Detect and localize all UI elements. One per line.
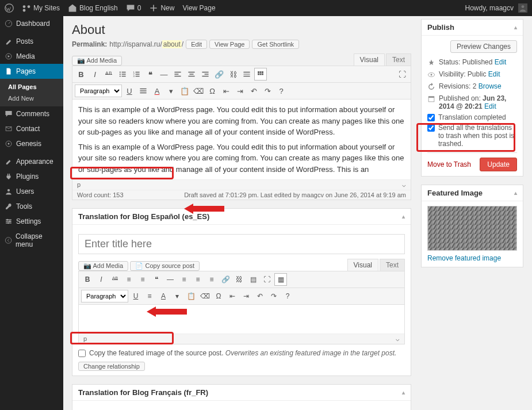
underline-icon[interactable]: U xyxy=(123,85,136,97)
more-icon[interactable]: ▤ xyxy=(247,273,259,286)
permalink-slug[interactable]: about xyxy=(162,40,182,48)
translation-es-header[interactable]: Translation for Blog Español (es_ES)▴ xyxy=(72,209,411,225)
outdent-icon[interactable]: ⇤ xyxy=(226,290,239,302)
sidebar-item-pages[interactable]: Pages xyxy=(0,64,63,79)
ol-icon[interactable]: ≡ xyxy=(136,273,149,286)
translation-es-tab-visual[interactable]: Visual xyxy=(347,259,378,271)
editor-resize-handle[interactable]: ⌵ xyxy=(396,335,400,343)
link-icon[interactable]: 🔗 xyxy=(219,273,232,286)
permalink-shortlink-button[interactable]: Get Shortlink xyxy=(252,40,299,49)
sidebar-item-collapse[interactable]: Collapse menu xyxy=(0,229,63,252)
fullscreen-icon[interactable]: ⛶ xyxy=(261,273,273,286)
sidebar-item-posts[interactable]: Posts xyxy=(0,34,63,49)
format-select[interactable]: Paragraph xyxy=(75,85,122,97)
align-left-icon[interactable] xyxy=(171,68,184,81)
pastetext-icon[interactable]: 📋 xyxy=(185,290,197,302)
outdent-icon[interactable]: ⇤ xyxy=(220,85,232,97)
quote-icon[interactable]: ❝ xyxy=(144,68,156,81)
redo-icon[interactable]: ↷ xyxy=(267,290,280,302)
align-left-icon[interactable]: ≡ xyxy=(178,273,190,286)
fullscreen-icon[interactable]: ⛶ xyxy=(396,68,408,81)
sidebar-item-genesis[interactable]: Genesis xyxy=(0,136,63,151)
redo-icon[interactable]: ↷ xyxy=(261,85,274,97)
my-sites[interactable]: My Sites xyxy=(22,3,60,13)
add-media-button[interactable]: 📷 Add Media xyxy=(72,56,122,66)
sidebar-item-settings[interactable]: Settings xyxy=(0,214,63,229)
comments-bubble[interactable]: 0 xyxy=(126,3,141,13)
charmap-icon[interactable]: Ω xyxy=(206,85,219,97)
hr-icon[interactable]: — xyxy=(158,68,170,81)
sidebar-item-appearance[interactable]: Appearance xyxy=(0,154,63,169)
align-right-icon[interactable] xyxy=(199,68,212,81)
sidebar-item-users[interactable]: Users xyxy=(0,184,63,199)
hr-icon[interactable]: — xyxy=(164,273,177,286)
trash-translations-label[interactable]: Send all the translations to trash when … xyxy=(427,122,517,149)
translation-es-tab-text[interactable]: Text xyxy=(380,259,405,271)
ol-icon[interactable]: 123 xyxy=(130,68,143,81)
featured-image-thumbnail[interactable] xyxy=(427,206,517,251)
align-center-icon[interactable] xyxy=(185,68,198,81)
trash-translations-checkbox[interactable] xyxy=(427,124,435,132)
tab-text[interactable]: Text xyxy=(386,53,411,66)
browse-revisions-link[interactable]: Browse xyxy=(479,82,502,90)
more-icon[interactable] xyxy=(240,68,253,81)
undo-icon[interactable]: ↶ xyxy=(254,290,266,302)
translation-completed-label[interactable]: Translation completed xyxy=(427,112,517,122)
bold-icon[interactable]: B xyxy=(81,273,94,286)
align-right-icon[interactable]: ≡ xyxy=(205,273,218,286)
clearformat-icon[interactable]: ⌫ xyxy=(198,290,211,302)
link-icon[interactable]: 🔗 xyxy=(213,68,225,81)
copy-featured-checkbox[interactable] xyxy=(78,350,86,357)
publish-box-header[interactable]: Publish▴ xyxy=(422,20,523,36)
translation-completed-checkbox[interactable] xyxy=(427,114,435,121)
align-center-icon[interactable]: ≡ xyxy=(192,273,204,286)
featured-image-header[interactable]: Featured Image▴ xyxy=(422,185,523,201)
sidebar-item-comments[interactable]: Comments xyxy=(0,106,63,121)
sidebar-item-dashboard[interactable]: Dashboard xyxy=(0,16,63,31)
sidebar-sub-add-new[interactable]: Add New xyxy=(0,93,63,104)
tab-visual[interactable]: Visual xyxy=(354,53,385,66)
textcolor-icon[interactable]: A xyxy=(157,290,170,302)
howdy[interactable]: Howdy, maagcv xyxy=(465,3,527,13)
sidebar-item-tools[interactable]: Tools xyxy=(0,199,63,214)
wp-logo[interactable] xyxy=(5,3,14,13)
change-relationship-button[interactable]: Change relationship xyxy=(78,362,145,371)
permalink-viewpage-button[interactable]: View Page xyxy=(209,40,250,49)
justify-icon[interactable]: ≡ xyxy=(143,290,156,302)
preview-changes-button[interactable]: Preview Changes xyxy=(450,40,517,53)
edit-date-link[interactable]: Edit xyxy=(484,102,496,110)
strike-icon[interactable]: ᴬᴮ xyxy=(102,68,115,81)
permalink-edit-button[interactable]: Edit xyxy=(186,40,207,49)
new-content[interactable]: New xyxy=(149,3,174,13)
site-name[interactable]: Blog English xyxy=(68,3,118,13)
quote-icon[interactable]: ❝ xyxy=(150,273,163,286)
bold-icon[interactable]: B xyxy=(75,68,87,81)
view-page-ab[interactable]: View Page xyxy=(182,4,215,12)
help-icon[interactable]: ? xyxy=(281,290,294,302)
translation-es-copy-source-button[interactable]: 📄 Copy source post xyxy=(130,261,200,271)
indent-icon[interactable]: ⇥ xyxy=(234,85,246,97)
pastetext-icon[interactable]: 📋 xyxy=(178,85,191,97)
italic-icon[interactable]: I xyxy=(95,273,108,286)
sidebar-item-contact[interactable]: Contact xyxy=(0,121,63,136)
update-button[interactable]: Update xyxy=(480,158,517,171)
clearformat-icon[interactable]: ⌫ xyxy=(192,85,205,97)
charmap-icon[interactable]: Ω xyxy=(212,290,225,302)
format-select[interactable]: Paragraph xyxy=(81,290,128,302)
remove-featured-image-link[interactable]: Remove featured image xyxy=(427,254,501,262)
justify-icon[interactable] xyxy=(137,85,150,97)
kitchensink-icon[interactable]: ▦ xyxy=(274,273,287,286)
sidebar-sub-all-pages[interactable]: All Pages xyxy=(0,81,63,93)
undo-icon[interactable]: ↶ xyxy=(247,85,260,97)
editor-content[interactable]: This is an example of a WordPress page. … xyxy=(72,99,411,179)
unlink-icon[interactable]: ⛓ xyxy=(227,68,239,81)
kitchensink-icon[interactable] xyxy=(254,68,267,81)
help-icon[interactable]: ? xyxy=(275,85,288,97)
edit-status-link[interactable]: Edit xyxy=(495,58,507,66)
edit-visibility-link[interactable]: Edit xyxy=(488,70,500,78)
translation-es-title-input[interactable] xyxy=(78,234,405,254)
ul-icon[interactable] xyxy=(116,68,129,81)
copy-featured-checkbox-label[interactable]: Copy the featured image of the source po… xyxy=(78,348,405,358)
ul-icon[interactable]: ≡ xyxy=(123,273,135,286)
italic-icon[interactable]: I xyxy=(89,68,101,81)
